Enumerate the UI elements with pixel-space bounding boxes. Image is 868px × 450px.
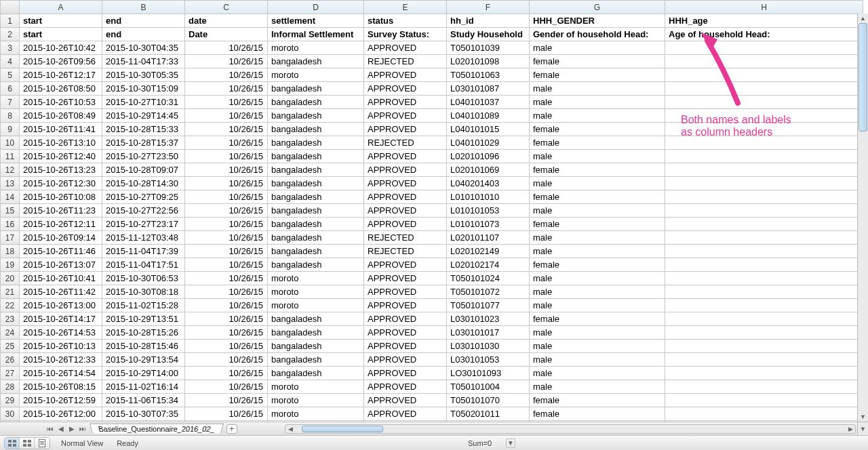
cell[interactable]: bangaladesh	[268, 218, 364, 231]
cell[interactable]: 10/26/15	[185, 109, 268, 123]
cell[interactable]	[665, 312, 863, 326]
cell[interactable]: APPROVED	[364, 82, 447, 96]
vertical-scroll-thumb[interactable]	[859, 23, 867, 131]
cell[interactable]: female	[530, 407, 665, 421]
row-header[interactable]: 4	[1, 55, 20, 68]
tab-prev-icon[interactable]: ◀	[56, 424, 66, 434]
cell[interactable]: moroto	[268, 272, 364, 285]
cell[interactable]: L020102149	[447, 245, 530, 258]
cell[interactable]: 10/26/15	[185, 96, 268, 109]
cell[interactable]: 10/26/15	[185, 367, 268, 380]
row-header[interactable]: 10	[1, 136, 20, 150]
cell[interactable]: 10/26/15	[185, 312, 268, 326]
cell[interactable]: APPROVED	[364, 41, 447, 55]
cell[interactable]: 2015-11-04T17:39	[102, 245, 185, 258]
cell[interactable]: 2015-10-29T14:45	[102, 109, 185, 123]
cell[interactable]: female	[530, 258, 665, 272]
cell[interactable]: 2015-10-26T14:53	[20, 326, 102, 340]
cell[interactable]: 2015-10-30T05:35	[102, 68, 185, 82]
cell[interactable]: L020101096	[447, 150, 530, 163]
row-header[interactable]: 18	[1, 245, 20, 258]
cell[interactable]: 2015-10-26T12:59	[20, 394, 102, 407]
cell[interactable]: APPROVED	[364, 190, 447, 204]
cell[interactable]: bangaladesh	[268, 326, 364, 340]
cell[interactable]: male	[530, 96, 665, 109]
column-header[interactable]: D	[268, 1, 364, 14]
row-header[interactable]: 5	[1, 68, 20, 82]
cell[interactable]	[665, 68, 863, 82]
cell[interactable]: settlement	[268, 14, 364, 28]
cell[interactable]: APPROVED	[364, 299, 447, 312]
cell[interactable]: L040101037	[447, 96, 530, 109]
cell[interactable]: male	[530, 380, 665, 394]
cell[interactable]: APPROVED	[364, 326, 447, 340]
cell[interactable]: 2015-10-26T11:46	[20, 245, 102, 258]
cell[interactable]: moroto	[268, 41, 364, 55]
cell[interactable]: REJECTED	[364, 245, 447, 258]
cell[interactable]: 10/26/15	[185, 285, 268, 299]
tab-first-icon[interactable]: ⏮	[45, 424, 56, 434]
cell[interactable]	[665, 82, 863, 96]
cell[interactable]	[665, 218, 863, 231]
cell[interactable]: male	[530, 272, 665, 285]
row-header[interactable]: 8	[1, 109, 20, 123]
cell[interactable]: 2015-10-26T08:50	[20, 82, 102, 96]
row-header[interactable]: 15	[1, 204, 20, 218]
cell[interactable]: APPROVED	[364, 177, 447, 190]
cell[interactable]: 2015-10-26T13:00	[20, 299, 102, 312]
row-header[interactable]: 26	[1, 353, 20, 367]
cell[interactable]: L040101015	[447, 123, 530, 136]
cell[interactable]: female	[530, 218, 665, 231]
cell[interactable]: male	[530, 204, 665, 218]
cell[interactable]: 2015-10-30T08:18	[102, 285, 185, 299]
cell[interactable]: 2015-10-26T10:13	[20, 340, 102, 353]
cell[interactable]: 2015-10-27T23:17	[102, 218, 185, 231]
cell[interactable]: moroto	[268, 68, 364, 82]
cell[interactable]: 2015-10-27T09:25	[102, 190, 185, 204]
cell[interactable]: 10/26/15	[185, 55, 268, 68]
cell[interactable]: 2015-10-26T13:23	[20, 163, 102, 177]
cell[interactable]: female	[530, 68, 665, 82]
cell[interactable]: L030101053	[447, 353, 530, 367]
cell[interactable]: T050101072	[447, 285, 530, 299]
column-header[interactable]: A	[20, 1, 102, 14]
zoom-dropdown-icon[interactable]: ▼	[506, 438, 515, 448]
cell[interactable]: 2015-11-02T16:14	[102, 380, 185, 394]
cell[interactable]: 2015-10-26T10:08	[20, 190, 102, 204]
vertical-scrollbar[interactable]: ▲ ▼	[857, 14, 868, 422]
cell[interactable]: APPROVED	[364, 312, 447, 326]
cell[interactable]: bangaladesh	[268, 312, 364, 326]
cell[interactable]: APPROVED	[364, 109, 447, 123]
cell[interactable]: 2015-10-27T23:50	[102, 150, 185, 163]
select-all-corner[interactable]	[1, 1, 20, 14]
cell[interactable]: REJECTED	[364, 231, 447, 245]
row-header[interactable]: 3	[1, 41, 20, 55]
scroll-down-icon[interactable]: ▼	[858, 412, 868, 422]
cell[interactable]: moroto	[268, 407, 364, 421]
cell[interactable]: 10/26/15	[185, 82, 268, 96]
cell[interactable]: APPROVED	[364, 123, 447, 136]
cell[interactable]: male	[530, 245, 665, 258]
cell[interactable]: L030101030	[447, 340, 530, 353]
cell[interactable]: APPROVED	[364, 163, 447, 177]
cell[interactable]	[665, 245, 863, 258]
cell[interactable]: 2015-10-26T12:40	[20, 150, 102, 163]
cell[interactable]: Survey Status:	[364, 28, 447, 41]
cell[interactable]: 2015-10-29T13:54	[102, 353, 185, 367]
cell[interactable]: REJECTED	[364, 55, 447, 68]
cell[interactable]	[665, 109, 863, 123]
cell[interactable]: female	[530, 312, 665, 326]
cell[interactable]: APPROVED	[364, 68, 447, 82]
cell[interactable]: L020101098	[447, 55, 530, 68]
cell[interactable]: 2015-10-26T12:00	[20, 407, 102, 421]
cell[interactable]	[665, 123, 863, 136]
cell[interactable]: bangaladesh	[268, 367, 364, 380]
cell[interactable]: bangaladesh	[268, 353, 364, 367]
cell[interactable]	[665, 272, 863, 285]
cell[interactable]: 2015-11-04T17:33	[102, 55, 185, 68]
row-header[interactable]: 13	[1, 177, 20, 190]
row-header[interactable]: 28	[1, 380, 20, 394]
cell[interactable]: 2015-10-29T14:00	[102, 367, 185, 380]
cell[interactable]: L030101023	[447, 312, 530, 326]
cell[interactable]: 2015-10-26T12:11	[20, 218, 102, 231]
